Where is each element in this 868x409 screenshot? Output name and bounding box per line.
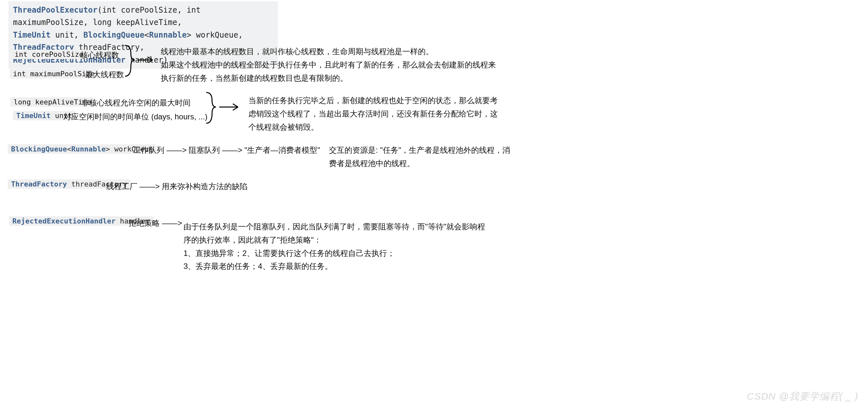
param-keepalive-label: 非核心线程允许空闲的最大时间 [82,96,191,110]
param-timeunit-label: 对应空闲时间的时间单位 (days, hours, ...) [63,110,208,124]
param-queue-flow: 工作队列 ——> 阻塞队列 ——> "生产者—消费者模型" [133,144,320,157]
explain-handler: 由于任务队列是一个阻塞队列，因此当队列满了时，需要阻塞等待，而"等待"就会影响程… [183,220,492,273]
explain-core-max: 线程池中最基本的线程数目，就叫作核心线程数，生命周期与线程池是一样的。如果这个线… [161,45,498,84]
param-handler-label: 拒绝策略 ——> [129,217,182,230]
watermark: CSDN @我要学编程( ‗ ) [747,390,858,403]
param-factory-flow: 线程工厂 ——> 用来弥补构造方法的缺陷 [106,180,247,193]
param-maxpoolsize-code: int maximumPoolSize [10,69,98,78]
param-corepoolsize-code: int corePoolSize [11,49,87,59]
brace-arrow-1 [122,44,157,79]
explain-keepalive: 当新的任务执行完毕之后，新创建的线程也处于空闲的状态，那么就要考虑销毁这个线程了… [248,94,502,134]
param-corepoolsize-label: 核心线程数 [80,49,119,62]
brace-arrow-2 [203,91,245,127]
param-maxpoolsize-label: 最大线程数 [85,68,124,81]
explain-queue: 交互的资源是: "任务"，生产者是线程池外的线程，消费者是线程池中的线程。 [329,144,511,170]
